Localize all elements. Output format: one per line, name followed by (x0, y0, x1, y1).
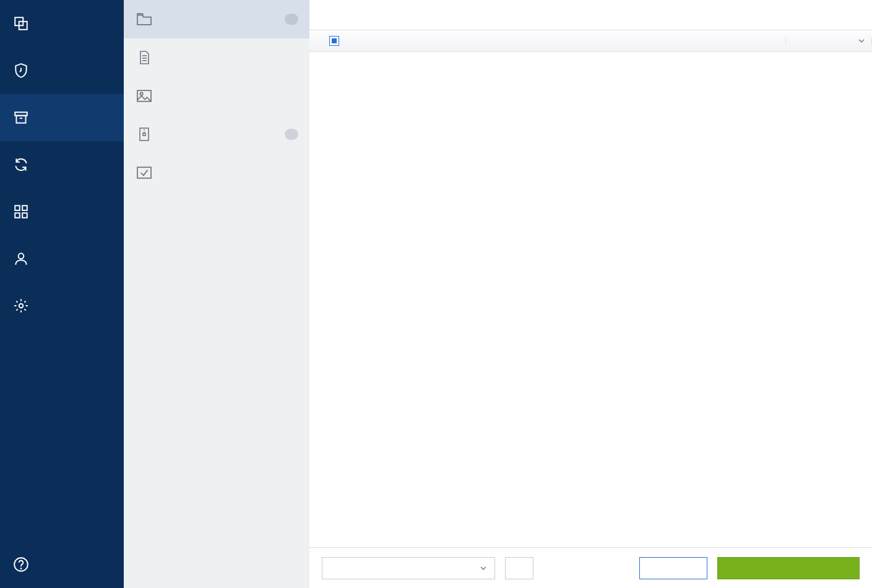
destination-select[interactable] (322, 557, 495, 579)
selected-icon (135, 165, 153, 181)
svg-rect-6 (22, 205, 27, 210)
svg-rect-7 (15, 213, 20, 218)
nav-item-help[interactable] (0, 541, 124, 588)
nav-item-backup[interactable] (0, 0, 124, 47)
category-documents[interactable] (124, 38, 309, 77)
svg-point-10 (19, 304, 24, 308)
backup-icon (12, 15, 30, 32)
svg-point-12 (20, 568, 21, 569)
nav-item-tools[interactable] (0, 188, 124, 235)
picture-icon (135, 88, 153, 104)
folder-icon (135, 11, 153, 27)
svg-rect-5 (15, 205, 20, 210)
select-all-checkbox[interactable] (329, 36, 339, 46)
category-panel (124, 0, 309, 588)
category-badge (285, 129, 298, 140)
tools-icon (12, 203, 30, 220)
chevron-down-icon (480, 564, 487, 572)
archive-button[interactable] (717, 557, 860, 579)
protection-icon (12, 62, 30, 79)
svg-rect-8 (22, 213, 27, 218)
nav-item-archive[interactable] (0, 94, 124, 141)
nav-item-account[interactable] (0, 235, 124, 282)
column-size[interactable] (785, 37, 872, 45)
document-icon (135, 50, 153, 66)
help-icon (12, 556, 30, 573)
options-button[interactable] (505, 557, 533, 579)
nav-item-protection[interactable] (0, 47, 124, 94)
svg-rect-3 (16, 116, 25, 123)
svg-rect-20 (143, 133, 145, 136)
category-other[interactable] (124, 115, 309, 153)
svg-rect-21 (137, 167, 151, 178)
account-icon (12, 250, 30, 267)
category-all-files[interactable] (124, 0, 309, 38)
settings-icon (12, 297, 30, 314)
file-list (309, 52, 872, 547)
sync-icon (12, 156, 30, 173)
archive-icon (12, 109, 30, 126)
nav-item-sync[interactable] (0, 141, 124, 188)
zip-icon (135, 126, 153, 142)
chevron-down-icon (858, 37, 865, 45)
primary-nav (0, 0, 124, 588)
category-badge (285, 14, 298, 25)
category-pictures[interactable] (124, 77, 309, 115)
nav-item-settings[interactable] (0, 282, 124, 329)
category-selected-files[interactable] (124, 153, 309, 192)
svg-point-17 (140, 93, 142, 95)
column-headers (309, 30, 872, 52)
main-panel (309, 0, 872, 588)
back-button[interactable] (639, 557, 707, 579)
svg-point-9 (19, 253, 24, 259)
footer-bar (309, 547, 872, 588)
